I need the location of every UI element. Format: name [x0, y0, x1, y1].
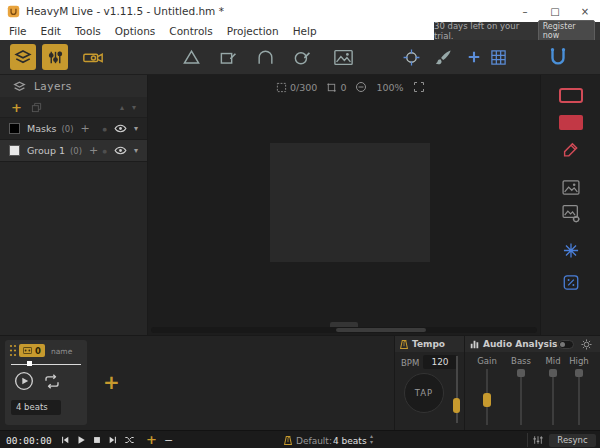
add-transport-button[interactable]: + — [146, 432, 157, 447]
add-group-button[interactable]: + — [11, 101, 22, 114]
add-sequence-button[interactable]: + — [103, 370, 120, 394]
sequence-playhead-marker[interactable] — [27, 361, 32, 366]
expand-chevron-icon[interactable]: ▾ — [134, 146, 138, 155]
zoom-out-icon[interactable] — [355, 81, 367, 93]
grid-button[interactable] — [485, 44, 511, 70]
outline-rect-icon — [559, 88, 583, 103]
paint-button[interactable] — [430, 44, 456, 70]
transport-divider — [527, 433, 528, 447]
fill-appearance-button[interactable] — [559, 115, 583, 130]
audio-settings-gear-icon[interactable] — [581, 339, 592, 350]
scrollbar-thumb[interactable] — [336, 328, 426, 332]
projector-icon — [82, 46, 104, 68]
layers-panel-title: Layers — [34, 80, 72, 92]
circle-tool-button[interactable] — [289, 44, 315, 70]
effects-sidebar — [540, 75, 600, 335]
close-button[interactable]: × — [570, 0, 600, 22]
effects-button[interactable] — [562, 242, 579, 259]
modulation-button[interactable] — [562, 274, 579, 291]
menu-edit[interactable]: Edit — [34, 25, 68, 37]
solo-icon[interactable]: ● — [103, 126, 107, 132]
visibility-eye-icon[interactable] — [114, 122, 127, 135]
minimize-button[interactable]: – — [510, 0, 540, 22]
layer-row-group1[interactable]: Group 1 (0) + ● ▾ — [0, 140, 147, 162]
image-gear-icon — [561, 204, 580, 223]
register-now-button[interactable]: Register now — [538, 20, 595, 42]
calibration-button[interactable] — [398, 44, 424, 70]
menu-options[interactable]: Options — [108, 25, 163, 37]
layers-view-button[interactable] — [10, 44, 36, 70]
menu-file[interactable]: File — [2, 25, 34, 37]
play-button[interactable] — [76, 435, 86, 445]
stop-button[interactable] — [92, 435, 102, 445]
drag-handle-icon[interactable] — [9, 344, 17, 357]
add-button[interactable] — [461, 44, 487, 70]
menu-controls[interactable]: Controls — [162, 25, 219, 37]
layer-row-masks[interactable]: Masks (0) + ● ▾ — [0, 118, 147, 140]
app-logo-icon — [7, 5, 20, 18]
tempo-slider-thumb[interactable] — [453, 398, 460, 413]
stepper-down-icon[interactable]: ▾ — [370, 439, 373, 445]
loop-button[interactable] — [44, 374, 60, 389]
zoom-level: 100% — [376, 82, 403, 93]
duplicate-icon[interactable] — [31, 102, 42, 113]
resync-button[interactable]: Resync — [549, 434, 596, 447]
mixer-view-button[interactable] — [42, 44, 68, 70]
bass-slider-thumb[interactable] — [517, 369, 525, 377]
media-library-button[interactable] — [561, 179, 580, 196]
sequence-card[interactable]: 0 name 4 beats — [5, 340, 87, 425]
gain-label: Gain — [473, 356, 501, 366]
horizontal-scrollbar[interactable] — [151, 327, 537, 333]
arch-tool-button[interactable] — [252, 44, 278, 70]
grid-icon — [490, 49, 507, 66]
fit-screen-icon[interactable] — [413, 81, 425, 93]
move-layer-down-button[interactable]: ▾ — [132, 103, 136, 112]
projection-surface[interactable] — [270, 143, 430, 262]
menu-tools[interactable]: Tools — [68, 25, 108, 37]
triangle-tool-button[interactable] — [178, 44, 204, 70]
media-settings-button[interactable] — [561, 204, 580, 223]
mid-slider-thumb[interactable] — [549, 369, 557, 377]
add-mask-button[interactable]: + — [80, 122, 89, 135]
media-tool-button[interactable] — [330, 44, 356, 70]
sequence-name-field[interactable]: name — [51, 347, 72, 356]
maximize-button[interactable]: □ — [540, 0, 570, 22]
audio-title: Audio Analysis — [483, 339, 557, 349]
rectangle-tool-button[interactable] — [215, 44, 241, 70]
layers-icon — [14, 48, 32, 66]
remove-transport-button[interactable]: − — [164, 434, 173, 447]
visibility-eye-icon[interactable] — [114, 144, 127, 157]
audio-toggle[interactable] — [558, 340, 574, 349]
tap-tempo-button[interactable]: TAP — [404, 373, 444, 413]
layers-toolbar: + ▴ ▾ — [0, 97, 147, 118]
draw-effects-button[interactable] — [562, 141, 579, 158]
layers-stack-icon — [13, 80, 26, 93]
beats-stepper[interactable]: ▴ ▾ — [370, 433, 373, 445]
heavym-logo-button[interactable] — [545, 44, 571, 70]
menu-help[interactable]: Help — [286, 25, 324, 37]
surface-count: 0/300 — [290, 82, 317, 93]
sequence-play-button[interactable] — [14, 371, 34, 391]
move-layer-up-button[interactable]: ▴ — [120, 103, 124, 112]
expand-chevron-icon[interactable]: ▾ — [134, 124, 138, 133]
sequence-beats-dropdown[interactable]: 4 beats — [11, 400, 61, 415]
group1-color-swatch[interactable] — [9, 145, 20, 156]
faders-icon — [47, 49, 64, 66]
bpm-value-field[interactable]: 120 — [423, 355, 457, 369]
skip-end-button[interactable] — [108, 435, 118, 445]
menu-projection[interactable]: Projection — [220, 25, 286, 37]
high-slider-thumb[interactable] — [575, 369, 583, 377]
masks-color-swatch[interactable] — [9, 123, 20, 134]
default-beats-dropdown[interactable]: 4 beats — [333, 436, 367, 446]
border-appearance-button[interactable] — [559, 88, 583, 103]
editor-canvas[interactable]: 0/300 0 100% — [148, 75, 540, 335]
sliders-icon[interactable] — [533, 435, 543, 445]
bass-slider-track — [520, 369, 522, 425]
projector-output-button[interactable] — [80, 44, 106, 70]
add-surface-button[interactable]: + — [89, 144, 98, 157]
gain-slider-thumb[interactable] — [483, 393, 491, 407]
solo-icon[interactable]: ● — [103, 148, 107, 154]
skip-start-button[interactable] — [60, 435, 70, 445]
shuffle-button[interactable] — [124, 435, 135, 445]
brush-icon — [434, 48, 453, 67]
